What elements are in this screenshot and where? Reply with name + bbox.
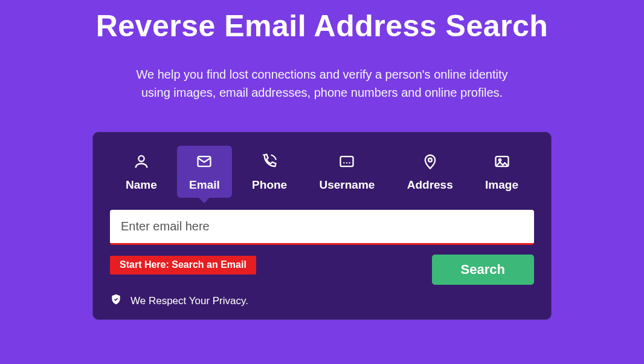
- svg-point-3: [344, 162, 345, 163]
- tab-phone[interactable]: Phone: [240, 146, 299, 198]
- privacy-text: We Respect Your Privacy.: [130, 295, 248, 307]
- svg-point-6: [428, 158, 432, 162]
- page-subtitle: We help you find lost connections and ve…: [129, 65, 515, 102]
- email-search-input[interactable]: [110, 210, 534, 245]
- image-icon: [494, 153, 510, 172]
- tab-label: Username: [320, 178, 375, 192]
- svg-rect-2: [341, 157, 353, 166]
- shield-icon: [110, 293, 122, 308]
- search-panel: Name Email Phone Username Address: [92, 132, 552, 320]
- tab-label: Address: [407, 178, 453, 192]
- privacy-row: We Respect Your Privacy.: [110, 293, 534, 308]
- person-icon: [133, 153, 150, 172]
- phone-icon: [261, 153, 278, 172]
- tab-label: Image: [485, 178, 518, 192]
- address-icon: [422, 153, 439, 172]
- svg-point-8: [498, 159, 501, 161]
- svg-point-4: [346, 162, 347, 163]
- tab-label: Email: [189, 178, 220, 192]
- tab-image[interactable]: Image: [473, 146, 530, 198]
- email-icon: [196, 153, 213, 172]
- tab-username[interactable]: Username: [308, 146, 387, 198]
- search-tabs: Name Email Phone Username Address: [110, 146, 534, 198]
- page-title: Reverse Email Address Search: [96, 8, 549, 44]
- svg-point-0: [138, 156, 144, 161]
- tab-label: Phone: [252, 178, 287, 192]
- svg-point-5: [349, 162, 350, 163]
- tab-address[interactable]: Address: [395, 146, 465, 198]
- tab-label: Name: [126, 178, 157, 192]
- search-button[interactable]: Search: [432, 255, 534, 285]
- username-icon: [338, 153, 355, 172]
- start-here-hint: Start Here: Search an Email: [110, 256, 256, 275]
- tab-email[interactable]: Email: [177, 146, 232, 198]
- tab-name[interactable]: Name: [114, 146, 169, 198]
- search-below-row: Start Here: Search an Email Search: [110, 255, 534, 285]
